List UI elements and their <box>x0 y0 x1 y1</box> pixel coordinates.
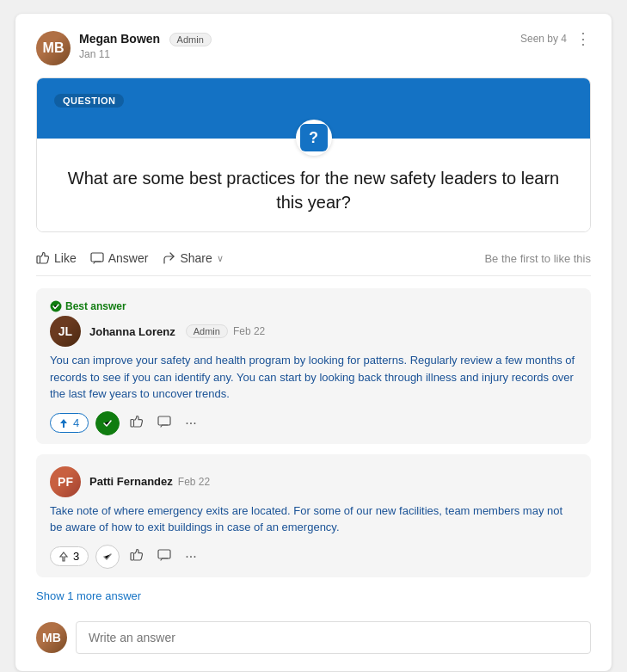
question-banner: QUESTION ? <box>37 78 590 139</box>
best-answer-check-button-2[interactable] <box>95 545 120 569</box>
answer-2-header: PF Patti Fernandez Feb 22 <box>50 466 577 497</box>
post-date: Jan 11 <box>79 48 212 60</box>
patti-meta: Patti Fernandez Feb 22 <box>89 475 210 488</box>
johanna-date: Feb 22 <box>233 325 265 337</box>
answer-block-1: Best answer JL Johanna Lorenz Admin Feb … <box>36 288 591 444</box>
best-answer-badge: Best answer <box>50 300 577 312</box>
question-block: QUESTION ? What are some best practices … <box>36 77 591 232</box>
like-button[interactable]: Like <box>36 251 77 265</box>
share-label: Share <box>180 251 212 265</box>
answer-block-2: PF Patti Fernandez Feb 22 Take note of w… <box>36 454 591 577</box>
write-answer-input[interactable] <box>76 621 591 654</box>
johanna-name: Johanna Lorenz <box>89 325 175 338</box>
patti-answer-text: Take note of where emergency exits are l… <box>50 502 577 536</box>
share-icon <box>162 251 175 265</box>
admin-badge: Admin <box>169 33 212 46</box>
author-avatar: MB <box>36 31 71 65</box>
johanna-meta: Johanna Lorenz Admin Feb 22 <box>89 324 265 338</box>
question-tag: QUESTION <box>54 94 124 108</box>
post-header-right: Seen by 4 ⋮ <box>520 31 591 46</box>
upvote-icon-1 <box>58 417 70 429</box>
johanna-answer-text: You can improve your safety and health p… <box>50 352 577 403</box>
answer-1-footer: 4 ··· <box>50 411 577 435</box>
like-icon <box>36 251 50 265</box>
svg-rect-3 <box>131 419 134 427</box>
answer-label: Answer <box>108 251 149 265</box>
svg-rect-6 <box>158 550 170 558</box>
vote-count-1: 4 <box>73 416 79 429</box>
upvote-icon-2 <box>58 551 70 563</box>
show-more-link[interactable]: Show 1 more answer <box>36 589 141 602</box>
answer-icon <box>90 251 104 265</box>
more-answer-2-button[interactable]: ··· <box>181 547 200 566</box>
patti-date: Feb 22 <box>178 476 210 488</box>
best-answer-check-icon <box>50 300 62 312</box>
best-answer-label: Best answer <box>65 300 126 312</box>
like-answer-1-icon <box>130 415 144 428</box>
upvote-button-1[interactable]: 4 <box>50 413 89 433</box>
svg-rect-5 <box>131 552 134 560</box>
best-answer-check-button-1[interactable] <box>95 411 120 435</box>
seen-by-count: Seen by 4 <box>520 33 567 45</box>
author-name: Megan Bowen <box>79 32 160 46</box>
reply-answer-2-button[interactable] <box>154 546 175 567</box>
question-text: What are some best practices for the new… <box>58 166 569 214</box>
author-info: Megan Bowen Admin Jan 11 <box>79 31 212 60</box>
like-answer-2-button[interactable] <box>126 546 147 567</box>
be-first-label: Be the first to like this <box>484 252 591 265</box>
post-card: MB Megan Bowen Admin Jan 11 Seen by 4 ⋮ … <box>15 14 612 671</box>
current-user-avatar: MB <box>36 622 67 653</box>
more-options-icon[interactable]: ⋮ <box>575 31 591 46</box>
johanna-admin-badge: Admin <box>186 324 228 338</box>
patti-name: Patti Fernandez <box>89 475 173 488</box>
check-icon-1 <box>101 417 114 429</box>
svg-rect-1 <box>91 253 103 262</box>
question-icon-wrap: ? <box>296 120 332 156</box>
svg-rect-0 <box>37 256 40 264</box>
reply-answer-1-button[interactable] <box>154 413 175 434</box>
like-answer-2-icon <box>130 548 144 562</box>
johanna-avatar: JL <box>50 316 81 347</box>
action-bar: Like Answer Share ∨ Be the first to like… <box>36 246 591 276</box>
post-header-left: MB Megan Bowen Admin Jan 11 <box>36 31 212 65</box>
share-button[interactable]: Share ∨ <box>162 251 223 265</box>
answer-1-header: JL Johanna Lorenz Admin Feb 22 <box>50 316 577 347</box>
vote-count-2: 3 <box>73 550 79 563</box>
reply-icon-2 <box>157 548 171 562</box>
answer-2-footer: 3 ··· <box>50 545 577 569</box>
check-icon-2 <box>101 551 114 563</box>
like-label: Like <box>54 251 77 265</box>
share-chevron-icon: ∨ <box>217 253 224 264</box>
more-answer-1-button[interactable]: ··· <box>181 414 200 433</box>
like-answer-1-button[interactable] <box>126 413 147 434</box>
post-header: MB Megan Bowen Admin Jan 11 Seen by 4 ⋮ <box>36 31 591 65</box>
answer-button[interactable]: Answer <box>90 251 149 265</box>
reply-icon-1 <box>157 415 171 428</box>
author-name-row: Megan Bowen Admin <box>79 31 212 46</box>
patti-avatar: PF <box>50 466 81 497</box>
reply-row: MB <box>36 621 591 654</box>
question-mark-icon: ? <box>300 124 328 151</box>
upvote-button-2[interactable]: 3 <box>50 546 89 566</box>
action-bar-left: Like Answer Share ∨ <box>36 251 224 265</box>
svg-rect-4 <box>158 416 170 425</box>
